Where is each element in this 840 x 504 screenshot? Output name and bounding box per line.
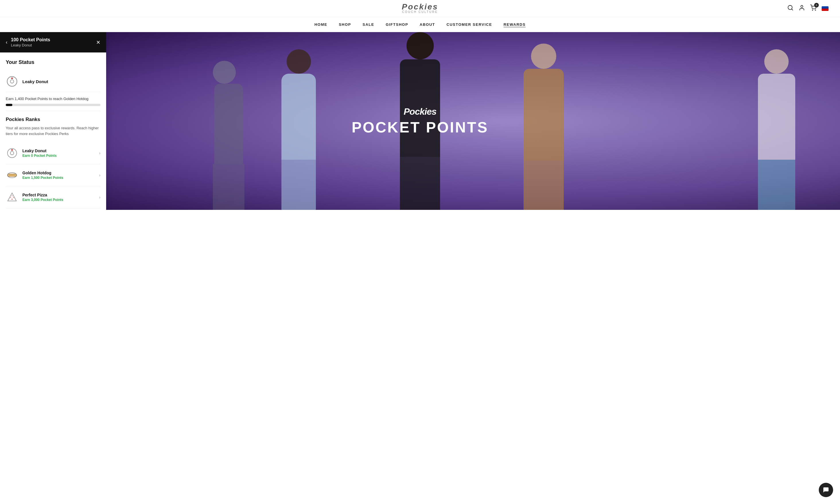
cart-icon[interactable]: 0 [810,5,817,12]
rank-icon-hotdog [6,169,18,181]
chevron-right-icon-2: › [99,173,100,178]
nav-about[interactable]: ABOUT [420,22,435,27]
nav-sale[interactable]: SALE [363,22,374,27]
your-status-title: Your Status [6,59,100,65]
person-2 [277,49,320,210]
ranks-section: Pockies Ranks Your all access pass to ex… [6,111,100,210]
nav-shop[interactable]: SHOP [339,22,351,27]
rank-info-pizza: Perfect Pizza Earn 3,000 Pocket Points [22,193,95,202]
search-icon[interactable] [787,5,793,12]
svg-point-3 [812,10,813,10]
svg-point-16 [10,197,11,198]
rank-name-donut: Leaky Donut [22,148,95,153]
svg-point-4 [815,10,816,10]
logo[interactable]: Pockies COUCH CULTURE [402,3,438,14]
cart-badge: 0 [814,3,819,7]
rank-icon-donut [6,147,18,159]
back-button[interactable]: ‹ [6,39,7,45]
rank-item-leaky-donut[interactable]: Leaky Donut Earn 0 Pocket Points › [6,142,100,164]
svg-point-18 [12,196,13,196]
sidebar-header-left: ‹ 100 Pocket Points Leaky Donut [6,37,50,47]
rank-item-perfect-pizza[interactable]: Perfect Pizza Earn 3,000 Pocket Points › [6,186,100,209]
progress-label: Earn 1,400 Pocket Points to reach Golden… [6,96,100,101]
hero-title: POCKET POINTS [352,119,489,136]
nav-giftshop[interactable]: GIFTSHOP [386,22,408,27]
svg-point-15 [12,199,13,200]
nav-home[interactable]: HOME [314,22,327,27]
progress-section: Earn 1,400 Pocket Points to reach Golden… [6,92,100,111]
rank-points-donut: Earn 0 Pocket Points [22,154,95,158]
sidebar-panel: ‹ 100 Pocket Points Leaky Donut ✕ Your S… [0,32,106,210]
current-status-row: Leaky Donut [6,71,100,92]
current-rank-name: Leaky Donut [22,79,48,84]
header-icons: 0 [787,5,828,12]
svg-line-1 [791,9,793,10]
svg-point-6 [10,80,14,83]
progress-bar-fill [6,104,12,106]
svg-point-17 [13,197,14,198]
chevron-right-icon-3: › [99,195,100,200]
sidebar-body: Your Status Leaky Donut Earn 1,400 Pocke… [0,52,106,210]
header: Pockies COUCH CULTURE 0 [0,0,840,17]
ranks-desc: Your all access pass to exclusive reward… [6,125,100,137]
rank-name-hotdog: Golden Hotdog [22,170,95,175]
person-1 [210,61,247,210]
person-4 [521,43,566,210]
progress-bar-background [6,104,100,106]
sidebar-header-info: 100 Pocket Points Leaky Donut [11,37,50,47]
current-rank-icon [6,75,18,88]
svg-point-9 [10,151,14,155]
nav-rewards[interactable]: REWARDS [504,22,526,27]
chevron-right-icon: › [99,151,100,156]
nav-customer-service[interactable]: CUSTOMER SERVICE [447,22,492,27]
logo-sub: COUCH CULTURE [402,10,438,14]
rank-info-hotdog: Golden Hotdog Earn 1,500 Pocket Points [22,170,95,180]
svg-rect-12 [8,174,16,176]
rank-points-pizza: Earn 3,000 Pocket Points [22,198,95,202]
hero-section: Pockies POCKET POINTS ‹ 100 Pocket Point… [0,32,840,210]
svg-point-7 [11,78,13,79]
svg-point-10 [11,149,13,150]
flag-icon[interactable] [822,6,828,11]
rank-points-hotdog: Earn 1,500 Pocket Points [22,176,95,180]
hero-brand: Pockies [352,106,489,117]
rank-name-pizza: Perfect Pizza [22,193,95,197]
sidebar-subtitle: Leaky Donut [11,43,50,47]
svg-point-2 [801,5,803,7]
nav: HOME SHOP SALE GIFTSHOP ABOUT CUSTOMER S… [0,17,840,32]
ranks-title: Pockies Ranks [6,117,100,122]
rank-info-donut: Leaky Donut Earn 0 Pocket Points [22,148,95,158]
hero-content: Pockies POCKET POINTS [352,106,489,136]
rank-icon-pizza [6,191,18,203]
person-5 [755,49,798,210]
close-button[interactable]: ✕ [96,39,100,46]
sidebar-points: 100 Pocket Points [11,37,50,42]
account-icon[interactable] [799,5,805,12]
sidebar-header: ‹ 100 Pocket Points Leaky Donut ✕ [0,32,106,52]
rank-item-golden-hotdog[interactable]: Golden Hotdog Earn 1,500 Pocket Points › [6,164,100,186]
